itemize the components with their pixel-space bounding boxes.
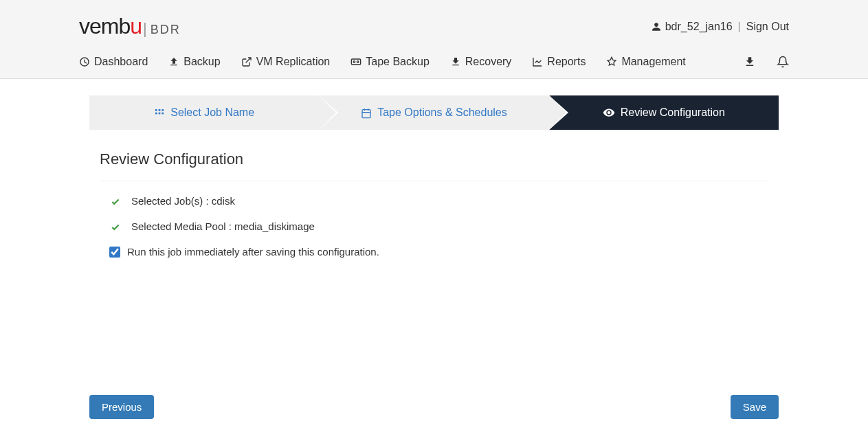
eye-icon [603, 106, 615, 120]
dashboard-icon [79, 56, 90, 68]
username[interactable]: bdr_52_jan16 [665, 21, 733, 33]
nav-label: VM Replication [256, 56, 331, 68]
svg-rect-5 [162, 109, 164, 111]
nav-vm-replication[interactable]: VM Replication [241, 56, 331, 68]
svg-point-1 [353, 61, 355, 63]
nav-backup[interactable]: Backup [168, 56, 220, 68]
replication-icon [241, 56, 252, 68]
nav-label: Recovery [465, 56, 512, 68]
review-text: Selected Media Pool : media_diskimage [131, 220, 315, 232]
nav-management[interactable]: Management [606, 56, 685, 68]
download-icon [450, 56, 461, 68]
nav-label: Reports [547, 56, 586, 68]
tape-icon [350, 56, 361, 68]
run-immediately-label: Run this job immediately after saving th… [127, 246, 379, 258]
user-icon [652, 21, 661, 33]
svg-rect-7 [159, 112, 161, 114]
nav-dashboard[interactable]: Dashboard [79, 56, 148, 68]
review-text: Selected Job(s) : cdisk [131, 195, 235, 207]
wizard-step-tape-options[interactable]: Tape Options & Schedules [319, 95, 548, 130]
wizard-step-label: Select Job Name [170, 106, 254, 119]
logo[interactable]: vembu|BDR [79, 14, 181, 39]
nav-label: Backup [183, 56, 220, 68]
wizard-step-label: Review Configuration [621, 106, 725, 119]
svg-point-2 [357, 61, 359, 63]
wizard-step-review[interactable]: Review Configuration [549, 95, 779, 130]
wizard-step-label: Tape Options & Schedules [377, 106, 507, 119]
check-icon [111, 195, 120, 206]
grid-icon [154, 106, 165, 119]
check-icon [111, 220, 120, 231]
svg-rect-3 [155, 109, 157, 111]
save-button[interactable]: Save [731, 395, 779, 419]
review-item: Selected Media Pool : media_diskimage [111, 220, 768, 232]
nav-label: Dashboard [94, 56, 148, 68]
wizard-steps: Select Job Name Tape Options & Schedules… [89, 95, 779, 130]
header: vembu|BDR bdr_52_jan16 | Sign Out Dashbo… [0, 0, 868, 79]
svg-rect-4 [159, 109, 161, 111]
page-title: Review Configuration [100, 150, 768, 181]
nav-tape-backup[interactable]: Tape Backup [350, 56, 430, 68]
bell-icon[interactable] [777, 54, 789, 69]
divider: | [738, 21, 741, 33]
nav-label: Tape Backup [366, 56, 430, 68]
run-immediately-checkbox[interactable] [109, 247, 120, 258]
signout-link[interactable]: Sign Out [746, 21, 789, 33]
nav-label: Management [621, 56, 685, 68]
chart-icon [532, 56, 543, 68]
svg-rect-9 [362, 109, 370, 117]
management-icon [606, 56, 617, 68]
wizard-step-select-job[interactable]: Select Job Name [89, 95, 319, 130]
upload-icon [168, 56, 179, 68]
svg-rect-6 [155, 112, 157, 114]
svg-rect-8 [162, 112, 164, 114]
run-immediately-row: Run this job immediately after saving th… [100, 246, 768, 258]
nav-recovery[interactable]: Recovery [450, 56, 512, 68]
user-area: bdr_52_jan16 | Sign Out [652, 21, 789, 33]
review-item: Selected Job(s) : cdisk [111, 195, 768, 207]
previous-button[interactable]: Previous [89, 395, 154, 419]
main-nav: Dashboard Backup VM Replication Tape Bac… [0, 46, 868, 78]
calendar-icon [361, 106, 372, 119]
nav-reports[interactable]: Reports [532, 56, 586, 68]
review-list: Selected Job(s) : cdisk Selected Media P… [100, 181, 768, 232]
download-action-icon[interactable] [744, 54, 756, 69]
footer-buttons: Previous Save [0, 395, 868, 419]
